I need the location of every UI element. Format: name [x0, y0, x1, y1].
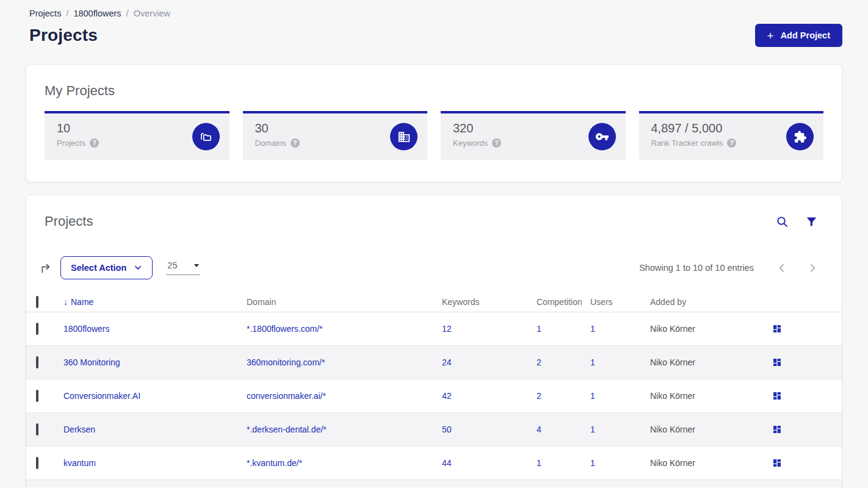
caret-down-icon: [194, 264, 199, 267]
stats-row: 10 Projects ? 30 Domains ?: [45, 111, 823, 160]
dashboard-icon[interactable]: [772, 324, 842, 334]
forward-arrow-icon[interactable]: [40, 262, 52, 274]
breadcrumb-separator: /: [126, 9, 129, 18]
projects-panel: Projects Select Action: [26, 195, 842, 488]
project-name-link[interactable]: kvantum: [63, 458, 247, 468]
row-checkbox[interactable]: [36, 390, 38, 402]
key-icon: [588, 123, 616, 151]
added-by-value: Niko Körner: [650, 458, 772, 468]
dashboard-icon[interactable]: [772, 425, 842, 434]
column-header-competition[interactable]: Competition: [537, 297, 590, 307]
table-row: Conversionmaker.AI conversionmaker.ai/* …: [26, 379, 842, 413]
competition-count[interactable]: 2: [537, 357, 590, 367]
select-action-dropdown[interactable]: Select Action: [60, 256, 153, 279]
project-domain-link[interactable]: *.1800flowers.com/*: [247, 324, 442, 334]
project-domain-link[interactable]: *.derksen-dental.de/*: [247, 425, 442, 434]
stat-projects: 10 Projects ?: [45, 111, 230, 160]
dashboard-icon[interactable]: [772, 357, 842, 367]
users-count[interactable]: 1: [590, 425, 650, 434]
add-project-label: Add Project: [781, 30, 830, 40]
row-checkbox[interactable]: [36, 423, 38, 436]
help-icon[interactable]: ?: [291, 138, 300, 148]
competition-count[interactable]: 2: [537, 391, 590, 401]
chevron-right-icon[interactable]: [807, 263, 817, 273]
stat-domains: 30 Domains ?: [243, 111, 428, 160]
row-checkbox[interactable]: [36, 356, 38, 368]
page-title: Projects: [29, 26, 98, 45]
row-checkbox[interactable]: [36, 457, 38, 469]
column-header-added-by[interactable]: Added by: [650, 297, 772, 307]
column-header-keywords[interactable]: Keywords: [442, 297, 537, 307]
select-all-checkbox[interactable]: [36, 296, 38, 308]
breadcrumb: Projects / 1800flowers / Overview: [29, 9, 842, 18]
stat-domains-label: Domains: [255, 138, 286, 148]
added-by-value: Niko Körner: [650, 391, 772, 401]
breadcrumb-separator: /: [66, 9, 68, 18]
chevron-down-icon: [134, 264, 142, 272]
keywords-count[interactable]: 24: [442, 357, 537, 367]
project-name-link[interactable]: Derksen: [63, 425, 247, 434]
keywords-count[interactable]: 44: [442, 458, 537, 468]
puzzle-icon: [786, 123, 814, 151]
search-icon[interactable]: [776, 215, 789, 228]
help-icon[interactable]: ?: [90, 138, 99, 148]
competition-count[interactable]: 1: [537, 458, 590, 468]
breadcrumb-item-projects[interactable]: Projects: [29, 9, 61, 18]
users-count[interactable]: 1: [590, 324, 650, 334]
help-icon[interactable]: ?: [727, 138, 736, 148]
row-checkbox[interactable]: [36, 323, 38, 335]
project-domain-link[interactable]: conversionmaker.ai/*: [247, 391, 442, 401]
table-header: ↓ Name Domain Keywords Competition Users…: [26, 292, 842, 312]
stat-projects-label: Projects: [57, 138, 85, 148]
help-icon[interactable]: ?: [492, 138, 501, 148]
added-by-value: Niko Körner: [650, 425, 772, 434]
stat-keywords-label: Keywords: [453, 138, 488, 148]
keywords-count[interactable]: 12: [442, 324, 537, 334]
my-projects-title: My Projects: [45, 83, 823, 99]
breadcrumb-item-1800flowers[interactable]: 1800flowers: [73, 9, 121, 18]
stat-keywords: 320 Keywords ?: [441, 111, 626, 160]
showing-entries-text: Showing 1 to 10 of 10 entries: [639, 263, 754, 273]
keywords-count[interactable]: 42: [442, 391, 537, 401]
page-size-select[interactable]: 25: [166, 260, 200, 275]
dashboard-icon[interactable]: [772, 391, 842, 401]
table-row-partial: [26, 480, 842, 487]
table-row: 360 Monitoring 360monitoring.com/* 24 2 …: [26, 346, 842, 379]
project-name-link[interactable]: 360 Monitoring: [63, 357, 247, 367]
dashboard-icon[interactable]: [772, 458, 842, 468]
filter-icon[interactable]: [806, 216, 817, 228]
stat-crawls-label: Rank Tracker crawls: [651, 138, 723, 148]
keywords-count[interactable]: 50: [442, 425, 537, 434]
page-size-value: 25: [167, 260, 177, 270]
competition-count[interactable]: 1: [537, 324, 590, 334]
project-name-link[interactable]: Conversionmaker.AI: [63, 391, 247, 401]
projects-panel-title: Projects: [45, 214, 93, 229]
table-row: Derksen *.derksen-dental.de/* 50 4 1 Nik…: [26, 413, 842, 447]
building-icon: [390, 123, 418, 151]
users-count[interactable]: 1: [590, 357, 650, 367]
breadcrumb-item-overview: Overview: [134, 9, 170, 18]
added-by-value: Niko Körner: [650, 357, 772, 367]
table-row: 1800flowers *.1800flowers.com/* 12 1 1 N…: [26, 312, 842, 346]
table-row: kvantum *.kvantum.de/* 44 1 1 Niko Körne…: [26, 447, 842, 480]
stat-rank-tracker-crawls: 4,897 / 5,000 Rank Tracker crawls ?: [639, 111, 824, 160]
select-action-label: Select Action: [71, 263, 126, 273]
column-header-name[interactable]: ↓ Name: [63, 297, 247, 307]
column-header-domain[interactable]: Domain: [247, 297, 442, 307]
plus-icon: +: [767, 30, 774, 41]
stacked-folders-icon: [192, 123, 220, 151]
users-count[interactable]: 1: [590, 391, 650, 401]
project-domain-link[interactable]: 360monitoring.com/*: [247, 357, 442, 367]
chevron-left-icon[interactable]: [777, 263, 787, 273]
my-projects-card: My Projects 10 Projects ? 30 Domains ?: [26, 64, 842, 182]
project-name-link[interactable]: 1800flowers: [63, 324, 247, 334]
column-header-users[interactable]: Users: [590, 297, 650, 307]
competition-count[interactable]: 4: [537, 425, 590, 434]
sort-descending-icon: ↓: [63, 297, 68, 307]
project-domain-link[interactable]: *.kvantum.de/*: [247, 458, 442, 468]
add-project-button[interactable]: + Add Project: [755, 24, 842, 47]
added-by-value: Niko Körner: [650, 324, 772, 334]
users-count[interactable]: 1: [590, 458, 650, 468]
